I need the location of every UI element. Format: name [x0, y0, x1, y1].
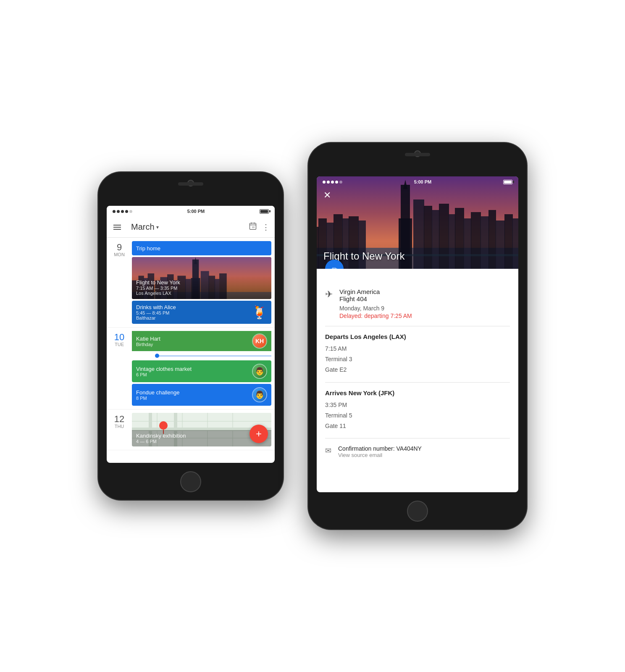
drinks-place: Balthazar: [136, 315, 176, 320]
dot4: [125, 210, 128, 213]
day-name-9: Mon: [107, 252, 132, 257]
view-email-link[interactable]: View source email: [338, 452, 422, 458]
day-number-12: 12: [107, 415, 132, 424]
flight-detail-screen: 5:00 PM: [317, 176, 518, 492]
time-line: [159, 356, 271, 356]
drinks-time: 5:45 — 8:45 PM: [136, 310, 176, 315]
status-time: 5:00 PM: [187, 209, 205, 214]
kandinsky-title: Kandinsky exhibition: [136, 433, 267, 439]
speaker-right: [405, 153, 430, 156]
calendar-header: March ▾ 10 ⋮: [107, 217, 275, 238]
day-10-events: Katie Hart Birthday KH: [132, 331, 275, 406]
birthday-name: Katie Hart: [136, 336, 160, 342]
vintage-time: 6 PM: [136, 372, 192, 377]
line3: [113, 229, 121, 230]
vintage-event[interactable]: Vintage clothes market 6 PM 👨: [132, 360, 271, 382]
flight-detail-content: ✈ Virgin America Flight 404 Monday, Marc…: [317, 269, 518, 492]
fondue-time: 8 PM: [136, 396, 179, 401]
email-icon: ✉: [325, 446, 331, 455]
vintage-avatar-img: 👨: [253, 365, 266, 378]
flight-date: Monday, March 9: [339, 305, 412, 312]
add-event-button[interactable]: +: [249, 425, 268, 443]
current-time-line: [132, 353, 271, 359]
svg-point-35: [159, 421, 168, 430]
time-dot: [155, 354, 159, 358]
departs-gate: Gate E2: [325, 365, 510, 375]
left-phone: 5:00 PM March ▾: [98, 172, 283, 500]
status-bar: 5:00 PM: [107, 206, 275, 217]
speaker: [178, 182, 203, 186]
signal-dots: [113, 210, 132, 213]
flight-overlay: Flight to New York 7:15 AM — 3:35 PM Los…: [132, 276, 271, 299]
day-label-12: 12 Thu: [107, 413, 132, 446]
rdot4: [335, 181, 338, 184]
rdot1: [323, 181, 326, 184]
battery-fill: [260, 210, 268, 213]
birthday-label: Birthday: [136, 342, 160, 347]
day-number-10: 10: [107, 333, 132, 342]
calendar-icon-button[interactable]: 10: [249, 222, 257, 232]
dot3: [121, 210, 124, 213]
battery-icon: [260, 209, 269, 214]
day-row-12: 12 Thu: [107, 410, 275, 450]
month-label: March: [131, 222, 155, 232]
detail-status-bar: 5:00 PM: [317, 176, 518, 187]
close-button[interactable]: ✕: [323, 190, 331, 201]
birthday-info: Katie Hart Birthday: [136, 336, 160, 347]
svg-rect-59: [496, 220, 505, 269]
right-screen: 5:00 PM: [317, 176, 518, 492]
calendar-content: 9 Mon Trip home: [107, 238, 275, 463]
day-number-9: 9: [107, 243, 132, 252]
line1: [113, 225, 121, 226]
month-title[interactable]: March ▾: [131, 222, 159, 232]
kandinsky-time: 4 — 6 PM: [136, 439, 267, 444]
hamburger-button[interactable]: [112, 223, 123, 231]
fondue-avatar: 👨: [252, 387, 267, 402]
battery-icon-right: [503, 180, 512, 184]
svg-rect-53: [449, 214, 455, 269]
flight-title-small: Flight to New York: [136, 279, 267, 286]
fondue-event[interactable]: Fondue challenge 8 PM 👨: [132, 384, 271, 406]
home-button-right[interactable]: [407, 501, 428, 522]
flight-details: Virgin America Flight 404 Monday, March …: [339, 288, 412, 319]
dot1: [113, 210, 116, 213]
rdot3: [331, 181, 334, 184]
confirmation-number: Confirmation number: VA404NY: [338, 445, 422, 452]
drinks-event[interactable]: Drinks with Alice 5:45 — 8:45 PM Balthaz…: [132, 301, 271, 324]
vintage-info: Vintage clothes market 6 PM: [136, 366, 192, 377]
avatar-initials: KH: [253, 334, 266, 348]
home-button[interactable]: [180, 471, 201, 492]
arrives-time: 3:35 PM: [325, 400, 510, 410]
flight-header-image: 5:00 PM: [317, 176, 518, 269]
svg-rect-61: [512, 218, 518, 269]
fondue-avatar-img: 👨: [253, 388, 266, 402]
trip-home-event[interactable]: Trip home: [132, 241, 271, 255]
line2: [113, 227, 121, 228]
drinks-info: Drinks with Alice 5:45 — 8:45 PM Balthaz…: [136, 304, 176, 320]
arrives-header: Arrives New York (JFK): [325, 389, 510, 396]
day-9-events: Trip home: [132, 241, 275, 324]
dot2: [117, 210, 120, 213]
more-options-button[interactable]: ⋮: [262, 223, 270, 232]
departs-terminal: Terminal 3: [325, 354, 510, 365]
birthday-event[interactable]: Katie Hart Birthday KH: [132, 331, 271, 351]
flight-ny-event[interactable]: Flight to New York 7:15 AM — 3:35 PM Los…: [132, 257, 271, 299]
svg-rect-57: [481, 216, 489, 269]
departs-header: Departs Los Angeles (LAX): [325, 333, 510, 340]
svg-rect-51: [432, 210, 439, 269]
vintage-title: Vintage clothes market: [136, 366, 192, 372]
day-row-10: 10 Tue Katie Hart Birthday KH: [107, 328, 275, 410]
right-phone: 5:00 PM: [308, 143, 527, 529]
airline-name: Virgin America: [339, 288, 412, 295]
battery-right: [503, 180, 512, 184]
battery: [260, 209, 269, 214]
day-name-12: Thu: [107, 424, 132, 429]
arrives-section: Arrives New York (JFK) 3:35 PM Terminal …: [325, 383, 510, 439]
day-name-10: Tue: [107, 342, 132, 347]
left-screen: 5:00 PM March ▾: [107, 206, 275, 463]
flight-delayed: Delayed: departing 7:25 AM: [339, 312, 412, 319]
svg-rect-58: [488, 210, 496, 269]
trip-home-title: Trip home: [136, 245, 160, 252]
dropdown-arrow: ▾: [156, 224, 159, 230]
svg-rect-54: [455, 208, 464, 269]
